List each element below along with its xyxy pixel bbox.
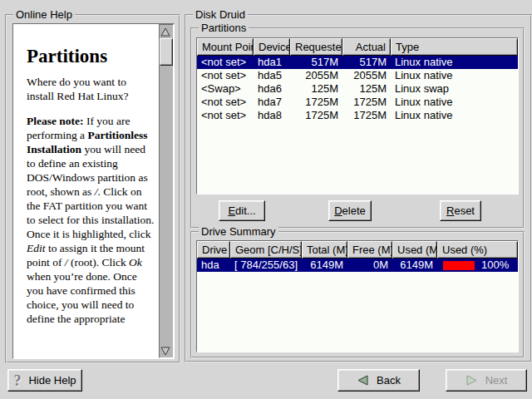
table-cell: <not set> (197, 56, 254, 69)
table-cell: 0M (347, 259, 392, 272)
table-cell: hda5 (254, 69, 290, 82)
partitions-table: Mount PointDeviceRequestedActualType<not… (196, 37, 519, 195)
table-header: Mount PointDeviceRequestedActualType (197, 38, 518, 56)
next-button[interactable]: Next (446, 369, 527, 392)
table-cell: 6149M (302, 259, 347, 272)
table-cell: 1725M (290, 96, 342, 109)
table-body: hda[ 784/255/63]6149M0M6149M100% (197, 259, 518, 352)
online-help-frame-label: Online Help (13, 8, 75, 21)
table-cell: 125M (342, 82, 391, 96)
drive-summary-table: DriveGeom [C/H/S]Total (M)Free (M)Used (… (196, 240, 519, 352)
column-header[interactable]: Free (M) (347, 241, 392, 259)
delete-button[interactable]: Delete (328, 200, 372, 221)
column-header[interactable]: Device (254, 38, 290, 56)
table-cell: 517M (290, 56, 342, 69)
table-cell: hda7 (254, 96, 290, 109)
arrow-right-icon (466, 374, 478, 387)
help-title: Partitions (27, 49, 155, 63)
table-cell: 6149M (392, 259, 437, 272)
edit-button[interactable]: Edit... (219, 200, 265, 221)
table-cell: [ 784/255/63] (230, 259, 302, 272)
next-label: Next (485, 374, 508, 387)
table-row[interactable]: <not set>hda81725M1725MLinux native (197, 109, 518, 122)
hide-help-button[interactable]: ? Hide Help (7, 369, 82, 392)
help-text: Partitions Where do you want to install … (13, 24, 159, 358)
table-cell: Linux native (391, 96, 518, 109)
column-header[interactable]: Total (M) (302, 241, 347, 259)
table-cell: Linux swap (391, 82, 518, 96)
table-row[interactable]: <Swap>hda6125M125MLinux swap (197, 82, 518, 96)
table-cell: 2055M (342, 69, 391, 82)
question-mark-icon: ? (13, 374, 21, 387)
arrow-down-icon[interactable] (160, 345, 171, 357)
table-cell: Linux native (391, 69, 518, 82)
column-header[interactable]: Actual (342, 38, 391, 56)
used-percent-label: 100% (481, 259, 509, 272)
column-header[interactable]: Type (391, 38, 518, 56)
back-button[interactable]: Back (337, 369, 420, 392)
help-paragraphs: Where do you want to install Red Hat Lin… (27, 75, 155, 326)
used-percent-bar (443, 261, 475, 270)
table-header: DriveGeom [C/H/S]Total (M)Free (M)Used (… (197, 241, 518, 259)
drive-summary-section: Drive Summary DriveGeom [C/H/S]Total (M)… (190, 231, 525, 358)
table-cell: <not set> (197, 69, 254, 82)
partitions-frame-label: Partitions (199, 22, 249, 34)
column-header[interactable]: Mount Point (197, 38, 254, 56)
table-cell: 1725M (290, 109, 342, 122)
back-label: Back (377, 374, 401, 387)
table-cell: Linux native (391, 56, 518, 69)
table-cell: 1725M (342, 96, 391, 109)
table-cell: 125M (290, 82, 342, 96)
table-cell: 1725M (342, 109, 391, 122)
drive-summary-frame-label: Drive Summary (199, 225, 278, 238)
scrollbar-thumb[interactable] (160, 38, 173, 66)
table-cell: hda8 (254, 109, 290, 122)
column-header[interactable]: Used (M) (392, 241, 437, 259)
table-cell: 100% (437, 259, 518, 272)
table-cell: Linux native (391, 109, 518, 122)
help-paragraph: Where do you want to install Red Hat Lin… (27, 75, 155, 103)
table-cell: 517M (342, 56, 391, 69)
table-row[interactable]: <not set>hda52055M2055MLinux native (197, 69, 518, 82)
table-body: <not set>hda1517M517MLinux native<not se… (197, 56, 518, 194)
table-cell: <Swap> (197, 82, 254, 96)
installer-window: Online Help Partitions Where do you want… (0, 0, 532, 399)
table-cell: <not set> (197, 109, 254, 122)
disk-druid-panel: Disk Druid Partitions Mount PointDeviceR… (185, 14, 532, 362)
arrow-up-icon[interactable] (160, 26, 171, 37)
table-cell: hda6 (254, 82, 290, 96)
table-cell: <not set> (197, 96, 254, 109)
table-row[interactable]: <not set>hda1517M517MLinux native (197, 56, 518, 69)
column-header[interactable]: Used (%) (437, 241, 518, 259)
disk-druid-frame-label: Disk Druid (193, 8, 248, 21)
hide-help-label: Hide Help (28, 374, 76, 387)
table-row[interactable]: <not set>hda71725M1725MLinux native (197, 96, 518, 109)
online-help-panel: Online Help Partitions Where do you want… (5, 14, 180, 363)
column-header[interactable]: Geom [C/H/S] (230, 241, 302, 259)
table-row[interactable]: hda[ 784/255/63]6149M0M6149M100% (197, 259, 518, 272)
help-scrollbar[interactable] (159, 24, 174, 358)
help-paragraph: Please note: If you are performing a Par… (27, 114, 155, 326)
column-header[interactable]: Drive (197, 241, 230, 259)
column-header[interactable]: Requested (290, 38, 342, 56)
arrow-left-icon (357, 374, 369, 387)
reset-button[interactable]: Reset (440, 200, 481, 221)
table-cell: hda (197, 259, 230, 272)
partitions-section: Partitions Mount PointDeviceRequestedAct… (190, 27, 525, 229)
table-cell: 2055M (290, 69, 342, 82)
table-cell: hda1 (254, 56, 290, 69)
help-viewport: Partitions Where do you want to install … (12, 23, 175, 359)
